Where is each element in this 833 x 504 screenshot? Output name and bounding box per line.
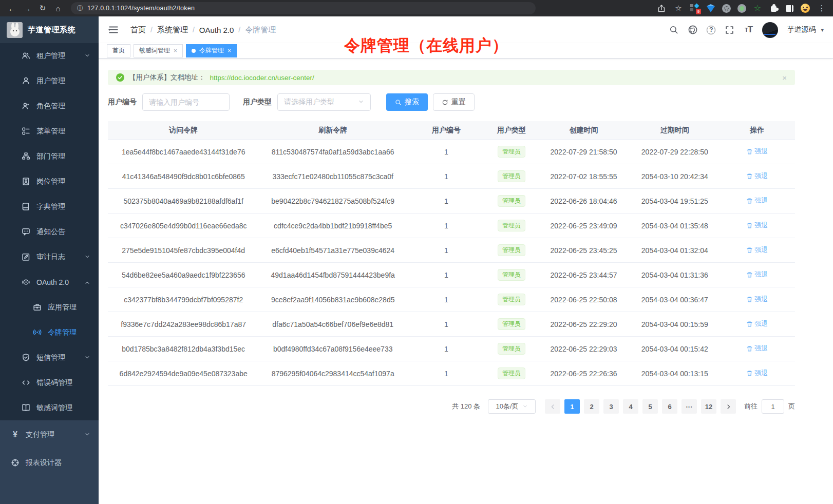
sidebar-item-errorcode[interactable]: 错误码管理 bbox=[0, 370, 99, 395]
sidebar-item-menu[interactable]: 菜单管理 bbox=[0, 119, 99, 144]
shield-check-icon bbox=[22, 353, 30, 362]
sidebar-item-sensitive-words[interactable]: 敏感词管理 bbox=[0, 395, 99, 420]
sidebar-item-post[interactable]: 岗位管理 bbox=[0, 169, 99, 194]
sidebar-item-pay[interactable]: ¥ 支付管理 bbox=[0, 420, 99, 449]
breadcrumb-oauth[interactable]: OAuth 2.0 bbox=[199, 26, 234, 34]
oauth-robot-icon bbox=[22, 278, 30, 286]
user-type-select[interactable]: 请选择用户类型 bbox=[277, 93, 371, 111]
force-logout-button[interactable]: 强退 bbox=[746, 295, 768, 304]
user-type-label: 用户类型 bbox=[243, 98, 272, 107]
close-icon[interactable]: × bbox=[228, 47, 231, 54]
active-dot bbox=[192, 49, 196, 53]
page-button-2[interactable]: 2 bbox=[584, 399, 599, 414]
force-logout-button[interactable]: 强退 bbox=[746, 221, 768, 230]
sidebar-item-role[interactable]: 角色管理 bbox=[0, 93, 99, 119]
table-row: 1ea5e44f8bc1467aaede43144f31de76 811c530… bbox=[108, 140, 795, 164]
user-type-badge: 管理员 bbox=[498, 318, 525, 329]
force-logout-button[interactable]: 强退 bbox=[746, 369, 768, 378]
force-logout-button[interactable]: 强退 bbox=[746, 171, 768, 181]
side-panel-icon[interactable] bbox=[785, 4, 794, 13]
code-icon bbox=[22, 378, 30, 387]
page-button-4[interactable]: 4 bbox=[623, 399, 638, 414]
extension-star-icon[interactable]: ☆ bbox=[753, 4, 762, 13]
user-avatar[interactable] bbox=[762, 22, 778, 38]
sidebar-item-report-designer[interactable]: 报表设计器 bbox=[0, 449, 99, 477]
breadcrumb-home[interactable]: 首页 bbox=[130, 25, 146, 35]
user-id-input[interactable] bbox=[142, 93, 230, 111]
browser-back-icon[interactable]: ← bbox=[5, 2, 18, 14]
search-button[interactable]: 搜索 bbox=[386, 93, 428, 111]
browser-menu-icon[interactable]: ⋮ bbox=[817, 2, 827, 14]
font-size-icon[interactable]: TT bbox=[743, 25, 753, 35]
force-logout-button[interactable]: 强退 bbox=[746, 147, 768, 156]
help-icon[interactable]: ? bbox=[707, 26, 715, 34]
page-button-6[interactable]: 6 bbox=[662, 399, 677, 414]
sidebar-item-oauth[interactable]: OAuth 2.0 bbox=[0, 269, 99, 295]
browser-home-icon[interactable]: ⌂ bbox=[51, 2, 65, 14]
org-tree-icon bbox=[22, 152, 30, 161]
close-icon[interactable]: × bbox=[174, 47, 177, 54]
user-type-badge: 管理员 bbox=[498, 367, 525, 379]
user-icon bbox=[22, 76, 30, 85]
sidebar-item-dict[interactable]: 字典管理 bbox=[0, 194, 99, 219]
prev-page-button[interactable] bbox=[545, 399, 560, 414]
extension-settings-icon[interactable] bbox=[722, 4, 731, 13]
goto-page-input[interactable] bbox=[762, 399, 784, 414]
page-size-select[interactable]: 10条/页 bbox=[488, 399, 536, 414]
extension-tampermonkey-icon[interactable]: 9 bbox=[690, 4, 699, 13]
sidebar-item-audit[interactable]: 审计日志 bbox=[0, 244, 99, 269]
collapse-sidebar-icon[interactable] bbox=[108, 24, 119, 35]
tab-token-management[interactable]: 令牌管理 × bbox=[186, 44, 237, 57]
user-type-badge: 管理员 bbox=[498, 294, 525, 305]
user-menu-caret-icon[interactable]: ▾ bbox=[821, 27, 824, 33]
user-type-badge: 管理员 bbox=[498, 170, 525, 182]
address-bar[interactable]: ⓘ 127.0.0.1:1024/system/oauth2/token bbox=[71, 2, 536, 14]
breadcrumb-system[interactable]: 系统管理 bbox=[157, 25, 188, 35]
page-button-12[interactable]: 12 bbox=[701, 399, 716, 414]
table-row: 275e5de9151045fe87cbdc395e004f4d e6cfd40… bbox=[108, 238, 795, 263]
page-ellipsis-button[interactable]: ··· bbox=[681, 399, 697, 414]
sidebar-item-oauth-token[interactable]: 令牌管理 bbox=[0, 320, 99, 345]
doc-link[interactable]: https://doc.iocoder.cn/user-center/ bbox=[210, 74, 314, 82]
reset-button[interactable]: 重置 bbox=[433, 93, 475, 111]
fullscreen-icon[interactable] bbox=[724, 25, 734, 35]
tab-sensitive-words[interactable]: 敏感词管理 × bbox=[134, 44, 183, 57]
page-button-3[interactable]: 3 bbox=[603, 399, 619, 414]
sidebar-item-notice[interactable]: 通知公告 bbox=[0, 219, 99, 244]
extensions-puzzle-icon[interactable] bbox=[769, 4, 778, 13]
sidebar-item-user[interactable]: 用户管理 bbox=[0, 68, 99, 93]
search-form: 用户编号 用户类型 请选择用户类型 搜索 重置 bbox=[108, 93, 795, 111]
force-logout-button[interactable]: 强退 bbox=[746, 196, 768, 205]
page-button-5[interactable]: 5 bbox=[642, 399, 658, 414]
force-logout-button[interactable]: 强退 bbox=[746, 270, 768, 279]
force-logout-button[interactable]: 强退 bbox=[746, 344, 768, 353]
next-page-button[interactable] bbox=[721, 399, 736, 414]
url-text: 127.0.0.1:1024/system/oauth2/token bbox=[87, 5, 195, 12]
search-icon[interactable] bbox=[669, 25, 679, 35]
chevron-down-icon bbox=[522, 403, 528, 411]
tenant-icon bbox=[22, 51, 30, 60]
app-logo-header[interactable]: 芋道管理系统 bbox=[0, 16, 99, 43]
force-logout-button[interactable]: 强退 bbox=[746, 319, 768, 328]
user-type-badge: 管理员 bbox=[498, 195, 525, 206]
bookmark-star-icon[interactable]: ☆ bbox=[673, 2, 684, 14]
share-icon[interactable] bbox=[656, 2, 667, 14]
github-icon[interactable] bbox=[688, 25, 698, 35]
force-logout-button[interactable]: 强退 bbox=[746, 245, 768, 255]
extension-gem-icon[interactable] bbox=[706, 4, 715, 13]
site-info-icon[interactable]: ⓘ bbox=[77, 4, 83, 13]
sidebar-item-dept[interactable]: 部门管理 bbox=[0, 144, 99, 169]
report-wheel-icon bbox=[11, 458, 20, 467]
alert-close-icon[interactable]: × bbox=[782, 73, 787, 82]
browser-reload-icon[interactable]: ↻ bbox=[36, 2, 49, 14]
extension-recorder-icon[interactable] bbox=[737, 4, 746, 13]
user-type-badge: 管理员 bbox=[498, 146, 525, 157]
sidebar-item-tenant[interactable]: 租户管理 bbox=[0, 43, 99, 68]
tab-home[interactable]: 首页 bbox=[107, 44, 130, 57]
user-name[interactable]: 芋道源码 bbox=[787, 25, 816, 34]
sidebar-item-oauth-app[interactable]: 应用管理 bbox=[0, 295, 99, 320]
page-button-1[interactable]: 1 bbox=[564, 399, 580, 414]
browser-forward-icon[interactable]: → bbox=[21, 2, 34, 14]
sidebar-item-sms[interactable]: 短信管理 bbox=[0, 345, 99, 370]
profile-avatar-icon[interactable] bbox=[801, 4, 810, 13]
